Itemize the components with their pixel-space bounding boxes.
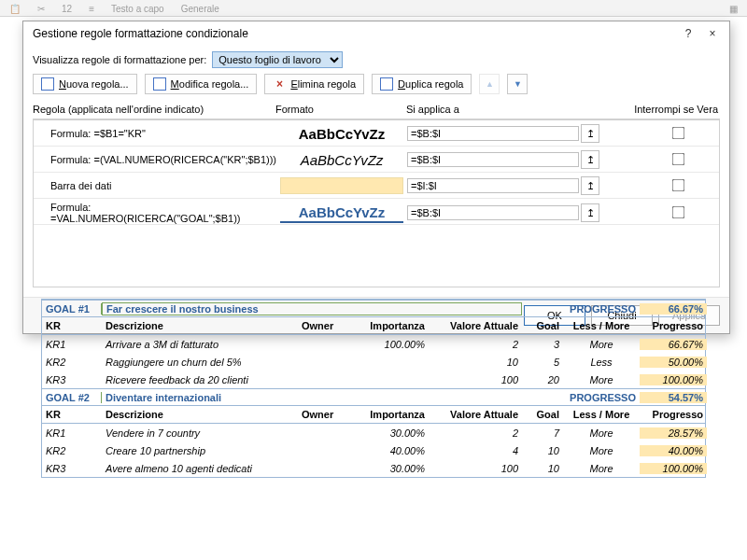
- rules-columns-header: Regola (applicata nell'ordine indicato) …: [33, 100, 720, 119]
- move-down-button[interactable]: ▼: [507, 74, 528, 94]
- cell: Less: [563, 357, 640, 368]
- cell: 10: [522, 445, 563, 456]
- goal-row: GOAL #1Far crescere il nostro businessPR…: [42, 300, 705, 317]
- cell: 30.00%: [348, 427, 429, 439]
- cell: More: [563, 463, 640, 474]
- goal-row: GOAL #2Diventare internazionaliPROGRESSO…: [42, 388, 705, 406]
- col-goal: Goal: [522, 320, 563, 331]
- edit-rule-button[interactable]: Modifica regola...: [145, 74, 258, 94]
- x-icon: ×: [273, 77, 286, 91]
- dialog-titlebar[interactable]: Gestione regole formattazione condiziona…: [23, 21, 729, 46]
- table-row: KR1Vendere in 7 country30.00%27More28.57…: [42, 424, 705, 441]
- format-preview: AaBbCcYvZz: [280, 123, 403, 144]
- goal-id: GOAL #2: [42, 392, 102, 403]
- cell: Ricevere feedback da 20 clienti: [102, 374, 298, 385]
- cell: 40.00%: [640, 445, 707, 456]
- goal-title: Far crescere il nostro business: [102, 302, 522, 315]
- col-lm: Less / More: [563, 320, 640, 331]
- cell: KR3: [42, 374, 102, 385]
- rule-row[interactable]: Formula: =$B1="KR"AaBbCcYvZz: [34, 120, 719, 147]
- cell: 100: [429, 463, 522, 474]
- col-kr: KR: [42, 320, 102, 331]
- applies-input[interactable]: [407, 178, 579, 193]
- rule-label: Formula: =VAL.NUMERO(RICERCA("GOAL";$B1)…: [34, 202, 276, 224]
- stop-if-true-cell: [631, 179, 725, 193]
- col-imp: Importanza: [348, 409, 429, 420]
- rule-row[interactable]: Formula: =(VAL.NUMERO(RICERCA("KR";$B1))…: [34, 147, 719, 173]
- cell: 30.00%: [348, 463, 429, 474]
- cell: 28.57%: [640, 427, 707, 439]
- cell: KR1: [42, 427, 102, 439]
- cell: 10: [429, 357, 522, 368]
- cell: KR2: [42, 445, 102, 456]
- format-preview: AaBbCcYvZz: [280, 203, 403, 223]
- cell: Creare 10 partnership: [102, 445, 298, 456]
- table-row: KR1Arrivare a 3M di fatturato100.00%23Mo…: [42, 335, 705, 353]
- cell: 100.00%: [348, 339, 429, 350]
- grid-icon: [380, 77, 393, 91]
- wrap-text-label: Testo a capo: [111, 4, 164, 14]
- applies-input[interactable]: [407, 152, 579, 167]
- format-preview: [280, 175, 403, 196]
- duplicate-rule-button[interactable]: Duplica regola: [372, 74, 472, 94]
- cell: More: [563, 427, 640, 439]
- scope-select[interactable]: Questo foglio di lavoro: [212, 51, 343, 68]
- col-prog: Progresso: [640, 409, 707, 420]
- cell: More: [563, 445, 640, 456]
- cell: 66.67%: [640, 339, 707, 350]
- applies-input[interactable]: [407, 205, 579, 220]
- range-picker-button[interactable]: [581, 124, 599, 143]
- rule-row[interactable]: Barra dei dati: [34, 173, 719, 199]
- delete-rule-button[interactable]: × Elimina regola: [264, 74, 364, 94]
- applies-cell: [407, 203, 631, 222]
- show-rules-label: Visualizza regole di formattazione per:: [33, 54, 206, 65]
- col-stop: Interrompi se Vera: [630, 104, 724, 115]
- stop-if-true-checkbox[interactable]: [671, 152, 684, 165]
- worksheet-preview: GOAL #1Far crescere il nostro businessPR…: [41, 299, 706, 478]
- help-button[interactable]: ?: [677, 25, 699, 42]
- close-icon[interactable]: ×: [701, 25, 724, 42]
- number-format-label: Generale: [181, 4, 219, 14]
- cell: Vendere in 7 country: [102, 427, 298, 439]
- cell: 20: [522, 374, 563, 385]
- col-val: Valore Attuale: [429, 320, 522, 331]
- progress-label: PROGRESSO: [522, 303, 640, 315]
- col-owner: Owner: [298, 409, 348, 420]
- applies-input[interactable]: [407, 126, 579, 141]
- stop-if-true-checkbox[interactable]: [671, 178, 684, 191]
- col-rule: Regola (applicata nell'ordine indicato): [33, 104, 275, 115]
- table-row: KR2Raggiungere un churn del 5%105Less50.…: [42, 353, 705, 371]
- applies-cell: [407, 150, 631, 169]
- rule-label: Formula: =(VAL.NUMERO(RICERCA("KR";$B1))…: [34, 154, 276, 165]
- rule-label: Barra dei dati: [34, 180, 276, 191]
- align-icon: ≡: [89, 4, 94, 14]
- grid-icon: [41, 77, 54, 91]
- cf-icon: ▦: [729, 4, 738, 14]
- stop-if-true-checkbox[interactable]: [671, 205, 684, 218]
- cell: KR1: [42, 339, 102, 350]
- range-picker-button[interactable]: [581, 203, 599, 222]
- progress-label: PROGRESSO: [522, 392, 640, 403]
- rules-toolbar: Nuova regola... Modifica regola... × Eli…: [33, 74, 720, 94]
- new-rule-button[interactable]: Nuova regola...: [33, 74, 137, 94]
- range-picker-button[interactable]: [581, 176, 599, 195]
- cell: 5: [522, 357, 563, 368]
- cell: 40.00%: [348, 445, 429, 456]
- move-up-button[interactable]: ▲: [479, 74, 500, 94]
- cell: 50.00%: [640, 357, 707, 368]
- range-picker-button[interactable]: [581, 150, 599, 169]
- stop-if-true-checkbox[interactable]: [671, 126, 684, 139]
- cell: 100.00%: [640, 463, 707, 474]
- font-size: 12: [62, 4, 72, 14]
- applies-cell: [407, 176, 631, 195]
- cell: 2: [429, 339, 522, 350]
- col-lm: Less / More: [563, 409, 640, 420]
- col-applies: Si applica a: [406, 104, 630, 115]
- stop-if-true-cell: [631, 127, 725, 141]
- cell: Raggiungere un churn del 5%: [102, 357, 298, 368]
- cell: More: [563, 339, 640, 350]
- ribbon-bar: 📋 ✂ 12 ≡ Testo a capo Generale ▦: [0, 0, 747, 17]
- table-header-row: KRDescrizioneOwnerImportanzaValore Attua…: [42, 406, 705, 424]
- rule-row[interactable]: Formula: =VAL.NUMERO(RICERCA("GOAL";$B1)…: [34, 199, 719, 225]
- cell: 100: [429, 374, 522, 385]
